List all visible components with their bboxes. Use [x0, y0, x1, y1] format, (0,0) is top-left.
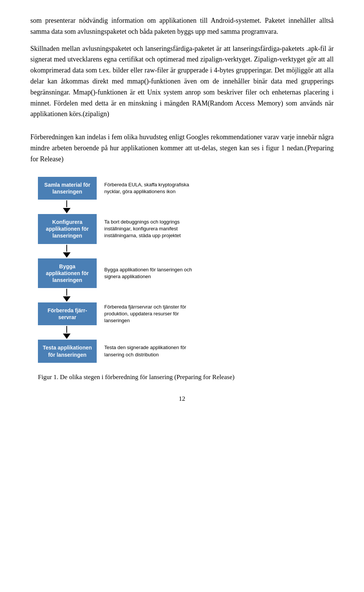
- page-content: som presenterar nödvändig information om…: [0, 0, 364, 427]
- flow-box-4: Förbereda fjärr-servrar: [38, 302, 97, 325]
- arrow-head-3: [63, 296, 71, 302]
- figure-1: Samla material för lanseringen Förbereda…: [30, 177, 334, 382]
- arrow-head-2: [63, 252, 71, 258]
- page-number: 12: [30, 394, 334, 404]
- flow-box-2: Konfigurera applikationen för lanseringe…: [38, 214, 97, 244]
- paragraph-1: som presenterar nödvändig information om…: [30, 15, 334, 37]
- flow-row-4: Förbereda fjärr-servrar Förbereda fjärrs…: [38, 302, 203, 325]
- figure-caption: Figur 1. De olika stegen i förberedning …: [38, 372, 234, 382]
- flow-diagram: Samla material för lanseringen Förbereda…: [38, 177, 203, 363]
- arrow-1: [38, 200, 71, 213]
- arrow-line-4: [66, 326, 67, 333]
- paragraph-3: Förberedningen kan indelas i fem olika h…: [30, 132, 334, 164]
- arrow-4: [38, 326, 71, 339]
- flow-desc-4: Förbereda fjärrservrar och tjänster för …: [104, 304, 203, 324]
- flow-desc-2: Ta bort debuggnings och loggrings instäl…: [104, 219, 203, 239]
- flow-box-3: Bygga applikationen för lanseringen: [38, 258, 97, 288]
- flow-row-5: Testa applikationen för lanseringen Test…: [38, 340, 203, 362]
- flow-desc-3: Bygga applikationen för lanseringen och …: [104, 266, 203, 280]
- flow-box-5: Testa applikationen för lanseringen: [38, 340, 97, 362]
- flow-desc-1: Förbereda EULA, skaffa kryptografiska ny…: [104, 181, 203, 195]
- arrow-3: [38, 289, 71, 302]
- arrow-line-2: [66, 245, 67, 252]
- flow-row-2: Konfigurera applikationen för lanseringe…: [38, 214, 203, 244]
- arrow-2: [38, 245, 71, 258]
- flow-desc-5: Testa den signerade applikationen för la…: [104, 344, 203, 358]
- arrow-line-3: [66, 289, 67, 296]
- arrow-head-4: [63, 334, 71, 339]
- arrow-head-1: [63, 208, 71, 213]
- arrow-line-1: [66, 200, 67, 207]
- flow-row-1: Samla material för lanseringen Förbereda…: [38, 177, 203, 200]
- flow-row-3: Bygga applikationen för lanseringen Bygg…: [38, 258, 203, 288]
- paragraph-2: Skillnaden mellan avlusningspaketet och …: [30, 43, 334, 120]
- flow-box-1: Samla material för lanseringen: [38, 177, 97, 200]
